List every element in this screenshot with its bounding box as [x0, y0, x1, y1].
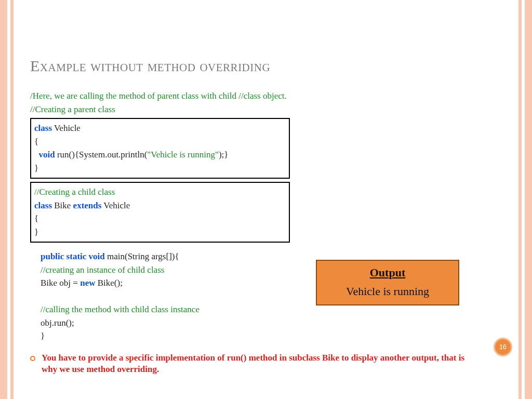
brace-close2: }	[34, 225, 285, 239]
brace-open2: {	[34, 212, 285, 225]
bike-decl-b: Bike();	[95, 278, 122, 288]
kw-void: void	[39, 150, 55, 159]
slide-content: Example without method overriding /Here,…	[30, 57, 498, 376]
run-end: );}	[219, 150, 229, 159]
kw-psv: public static void	[41, 251, 105, 261]
slide-title: Example without method overriding	[30, 57, 498, 75]
bike-name: Bike	[52, 201, 73, 210]
output-value: Vehicle is running	[317, 285, 458, 298]
brace-open: {	[34, 135, 285, 149]
footnote-text: You have to provide a specific implement…	[42, 352, 478, 376]
output-heading: Output	[317, 266, 458, 280]
brace-close3: }	[41, 329, 498, 343]
comment-top2: //Creating a parent class	[30, 103, 498, 116]
output-box: Output Vehicle is running	[316, 260, 459, 305]
comment-top1: /Here, we are calling the method of pare…	[30, 89, 498, 103]
vehicle-name: Vehicle	[52, 123, 81, 133]
kw-class: class	[34, 123, 52, 133]
bullet-icon	[30, 356, 35, 361]
extends-target: Vehicle	[101, 201, 130, 210]
code-box-vehicle: class Vehicle { void run(){System.out.pr…	[30, 118, 290, 179]
obj-run: obj.run();	[41, 316, 498, 330]
main-sig: main(String args[]){	[105, 251, 179, 261]
code-box-bike: //Creating a child class class Bike exte…	[30, 182, 290, 243]
bike-decl-a: Bike obj =	[41, 278, 80, 288]
comment-child: //Creating a child class	[34, 185, 285, 199]
footnote-row: You have to provide a specific implement…	[30, 352, 498, 376]
run-string: "Vehicle is running"	[147, 150, 219, 159]
page-number-badge: 16	[494, 338, 512, 356]
kw-extends: extends	[73, 201, 102, 210]
run-mid: run(){System.out.println(	[55, 150, 148, 159]
kw-new: new	[80, 278, 95, 288]
brace-close: }	[34, 162, 285, 175]
kw-class2: class	[34, 201, 52, 210]
